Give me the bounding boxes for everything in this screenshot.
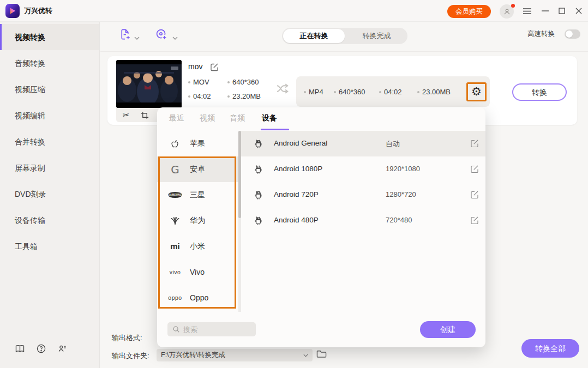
- membership-buy-button[interactable]: 会员购买: [447, 5, 491, 18]
- preset-android-720p[interactable]: Android 720P 1280*720: [241, 182, 485, 208]
- sidebar-item-video-edit[interactable]: 视频编辑: [0, 102, 99, 129]
- huawei-icon: [168, 215, 182, 226]
- android-robot-icon: [253, 215, 264, 228]
- sidebar-item-merge-convert[interactable]: 合并转换: [0, 129, 99, 155]
- category-samsung[interactable]: SAMSUNG 三星: [157, 182, 238, 208]
- convert-status-tabs: 正在转换 转换完成: [282, 28, 407, 44]
- gear-highlight-box: ⚙: [466, 82, 487, 101]
- trim-scissors-icon[interactable]: ✂: [123, 110, 130, 120]
- android-robot-icon: [253, 164, 264, 177]
- preset-android-1080p[interactable]: Android 1080P 1920*1080: [241, 156, 485, 182]
- high-speed-toggle[interactable]: [565, 29, 580, 39]
- add-file-chevron-down-icon[interactable]: [134, 33, 140, 37]
- search-input[interactable]: [183, 325, 249, 334]
- samsung-icon: SAMSUNG: [168, 192, 182, 198]
- preset-android-480p[interactable]: Android 480P 720*480: [241, 208, 485, 233]
- convert-all-button[interactable]: 转换全部: [521, 339, 579, 358]
- output-duration: 04:02: [379, 88, 402, 96]
- preset-edit-icon[interactable]: [470, 190, 479, 199]
- apple-icon: [168, 138, 182, 150]
- add-file-icon[interactable]: [118, 27, 132, 41]
- oppo-icon: oppo: [168, 294, 182, 301]
- sidebar: 视频转换 音频转换 视频压缩 视频编辑 合并转换 屏幕录制 DVD刻录 设备传输…: [0, 22, 100, 368]
- category-apple[interactable]: 苹果: [157, 131, 238, 156]
- crop-icon[interactable]: [141, 111, 149, 119]
- vivo-icon: vivo: [168, 269, 182, 275]
- tab-converting[interactable]: 正在转换: [283, 29, 345, 43]
- panel-tab-device[interactable]: 设备: [262, 113, 277, 123]
- add-disc-chevron-down-icon[interactable]: [172, 33, 178, 37]
- toggle-knob: [566, 31, 573, 38]
- help-icon[interactable]: [35, 343, 46, 354]
- sidebar-item-screen-record[interactable]: 屏幕录制: [0, 155, 99, 181]
- notification-dot: [511, 4, 515, 8]
- app-logo-icon: [5, 4, 20, 18]
- open-folder-icon[interactable]: [316, 349, 327, 359]
- file-name: mov: [188, 62, 202, 71]
- output-format: MP4: [304, 88, 323, 96]
- category-oppo[interactable]: oppo Oppo: [157, 285, 238, 310]
- output-folder-path: F:\万兴优转\转换完成: [161, 351, 303, 360]
- person-icon: [503, 8, 511, 16]
- android-robot-icon: [253, 189, 264, 202]
- create-button[interactable]: 创建: [420, 321, 476, 338]
- output-folder-select[interactable]: F:\万兴优转\转换完成: [157, 349, 313, 361]
- toolbar-divider: [100, 51, 588, 52]
- account-contact-icon[interactable]: [57, 343, 68, 354]
- app-window: 万兴优转 会员购买 视频转换 音频转换 视频压缩 视频编辑 合并转换 屏幕录制 …: [0, 0, 588, 368]
- preset-edit-icon[interactable]: [470, 165, 479, 173]
- output-folder-label: 输出文件夹:: [112, 351, 149, 361]
- output-format-label: 输出格式:: [112, 333, 142, 343]
- panel-tab-video[interactable]: 视频: [200, 113, 215, 123]
- sidebar-item-device-transfer[interactable]: 设备传输: [0, 207, 99, 233]
- output-resolution: 640*360: [334, 88, 365, 96]
- maximize-button[interactable]: [557, 6, 567, 16]
- app-title: 万兴优转: [24, 0, 52, 22]
- active-tab-underline: [261, 129, 289, 130]
- android-robot-icon: [253, 138, 264, 151]
- folder-chevron-down-icon: [303, 354, 308, 357]
- sidebar-item-video-compress[interactable]: 视频压缩: [0, 76, 99, 102]
- source-size: 23.20MB: [227, 92, 261, 100]
- close-button[interactable]: [574, 6, 584, 16]
- preset-android-general[interactable]: Android General 自动: [241, 131, 485, 156]
- convert-arrows-icon: [276, 82, 291, 96]
- preset-edit-icon[interactable]: [470, 139, 479, 148]
- sidebar-item-audio-convert[interactable]: 音频转换: [0, 50, 99, 76]
- titlebar: 万兴优转 会员购买: [0, 0, 588, 22]
- android-g-icon: G: [168, 163, 182, 176]
- convert-button[interactable]: 转换: [512, 83, 567, 101]
- search-icon: [172, 325, 180, 333]
- format-select-panel: 最近 视频 音频 设备 苹果 G 安卓 SAMSUNG 三星: [157, 107, 485, 347]
- category-vivo[interactable]: vivo Vivo: [157, 259, 238, 285]
- sidebar-item-video-convert[interactable]: 视频转换: [0, 24, 99, 50]
- category-huawei[interactable]: 华为: [157, 208, 238, 233]
- sidebar-item-dvd-burn[interactable]: DVD刻录: [0, 181, 99, 207]
- panel-tab-recent[interactable]: 最近: [169, 113, 184, 123]
- settings-gear-icon[interactable]: ⚙: [471, 86, 482, 98]
- output-size: 23.00MB: [417, 88, 451, 96]
- category-android[interactable]: G 安卓: [157, 156, 238, 182]
- panel-tab-audio[interactable]: 音频: [230, 113, 245, 123]
- preset-search-box: [167, 322, 256, 336]
- source-format: MOV: [188, 78, 209, 86]
- preset-edit-icon[interactable]: [470, 216, 479, 225]
- manual-book-icon[interactable]: [14, 343, 25, 354]
- add-disc-icon[interactable]: [154, 27, 169, 41]
- sidebar-item-toolbox[interactable]: 工具箱: [0, 233, 99, 260]
- category-xiaomi[interactable]: mi 小米: [157, 233, 238, 259]
- rename-edit-icon[interactable]: [210, 63, 219, 71]
- source-duration: 04:02: [188, 92, 211, 100]
- high-speed-label: 高速转换: [527, 29, 555, 39]
- tab-converted[interactable]: 转换完成: [346, 28, 407, 44]
- xiaomi-icon: mi: [168, 242, 182, 251]
- source-resolution: 640*360: [227, 78, 259, 86]
- video-thumbnail[interactable]: [116, 60, 182, 108]
- minimize-button[interactable]: [540, 6, 550, 16]
- output-settings-bar[interactable]: MP4 640*360 04:02 23.00MB ⚙: [296, 76, 490, 107]
- menu-icon[interactable]: [522, 6, 532, 16]
